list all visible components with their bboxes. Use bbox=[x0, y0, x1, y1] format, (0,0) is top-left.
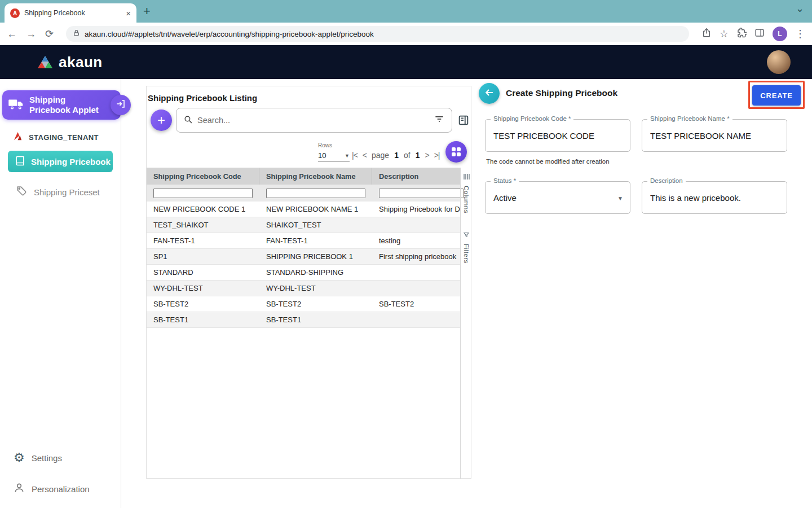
reload-icon[interactable]: ⟳ bbox=[45, 28, 54, 40]
table-row[interactable]: STANDARD STANDARD-SHIPPING bbox=[147, 265, 460, 281]
filters-funnel-icon bbox=[463, 230, 470, 240]
create-button[interactable]: CREATE bbox=[752, 85, 801, 106]
back-button[interactable] bbox=[479, 83, 500, 104]
tenant-logo-icon bbox=[12, 131, 23, 144]
layout-toggle-icon[interactable] bbox=[457, 114, 470, 129]
akaun-logo: akaun bbox=[37, 54, 103, 71]
table-row[interactable]: SB-TEST2 SB-TEST2 SB-TEST2 bbox=[147, 296, 460, 312]
cell-name: WY-DHL-TEST bbox=[259, 281, 372, 296]
of-label: of bbox=[404, 151, 411, 160]
pricebook-code-field[interactable]: Shipping Pricebook Code * TEST PRICEBOOK… bbox=[485, 119, 630, 152]
column-header-description[interactable]: Description bbox=[372, 168, 460, 185]
new-tab-button[interactable]: + bbox=[143, 3, 151, 19]
pricebook-code-label: Shipping Pricebook Code * bbox=[491, 115, 573, 122]
status-select[interactable]: Status * Active ▼ bbox=[485, 181, 630, 214]
cell-code: STANDARD bbox=[147, 265, 259, 280]
search-box[interactable] bbox=[176, 108, 452, 133]
forward-icon[interactable]: → bbox=[26, 28, 36, 40]
table-row[interactable]: SP1 SHIPPING PRICEBOOK 1 First shipping … bbox=[147, 249, 460, 265]
browser-tab[interactable]: A Shipping Pricebook × bbox=[5, 3, 136, 23]
filter-list-icon[interactable] bbox=[434, 113, 445, 127]
tab-search-chevron-icon[interactable]: ⌄ bbox=[796, 2, 804, 15]
cell-code: SB-TEST1 bbox=[147, 312, 259, 327]
pricebook-name-field[interactable]: Shipping Pricebook Name * TEST PRICEBOOK… bbox=[642, 119, 787, 152]
rows-per-page-select[interactable]: 10 ▼ bbox=[318, 150, 350, 162]
exit-applet-button[interactable] bbox=[111, 95, 131, 115]
sidebar-item-shipping-pricebook[interactable]: Shipping Pricebook bbox=[8, 151, 113, 172]
last-page-icon[interactable]: >| bbox=[434, 151, 440, 160]
side-panel-icon[interactable] bbox=[754, 28, 765, 40]
cell-description bbox=[372, 265, 460, 280]
rows-per-page-value: 10 bbox=[318, 151, 326, 160]
cell-description: testing bbox=[372, 233, 460, 248]
cell-description: SB-TEST2 bbox=[372, 296, 460, 312]
back-arrow-icon bbox=[484, 87, 495, 100]
browser-menu-icon[interactable]: ⋮ bbox=[795, 28, 805, 40]
app-header: akaun bbox=[0, 45, 812, 79]
description-field[interactable]: Description This is a new pricebook. bbox=[642, 181, 787, 214]
table-filter-row bbox=[147, 185, 460, 202]
filter-input-description[interactable] bbox=[379, 189, 464, 198]
grid-view-button[interactable] bbox=[445, 141, 467, 163]
sidebar-item-shipping-priceset[interactable]: Shipping Priceset bbox=[16, 185, 100, 199]
description-label: Description bbox=[647, 177, 686, 184]
bookmark-star-icon[interactable]: ☆ bbox=[720, 28, 729, 40]
cell-description bbox=[372, 217, 460, 233]
table-header: Shipping Pricebook Code Shipping Pricebo… bbox=[147, 168, 460, 185]
first-page-icon[interactable]: |< bbox=[352, 151, 358, 160]
next-page-icon[interactable]: > bbox=[425, 151, 429, 160]
browser-toolbar: ← → ⟳ akaun.cloud/#/applets/tnt/wavelet/… bbox=[0, 23, 812, 45]
table-row[interactable]: WY-DHL-TEST WY-DHL-TEST bbox=[147, 281, 460, 296]
cell-name: NEW PRICEBOOK NAME 1 bbox=[259, 202, 372, 217]
table-row[interactable]: NEW PRICEBOOK CODE 1 NEW PRICEBOOK NAME … bbox=[147, 202, 460, 217]
status-label: Status * bbox=[491, 177, 519, 184]
logo-text: akaun bbox=[59, 54, 103, 71]
tenant-name: STAGING_TENANT bbox=[29, 133, 99, 142]
url-text: akaun.cloud/#/applets/tnt/wavelet/erp/ac… bbox=[85, 30, 374, 38]
share-icon[interactable] bbox=[701, 28, 712, 40]
cell-name: SHAIKOT_TEST bbox=[259, 217, 372, 233]
shipping-truck-icon bbox=[8, 97, 25, 113]
column-header-name[interactable]: Shipping Pricebook Name bbox=[259, 168, 372, 185]
prev-page-icon[interactable]: < bbox=[363, 151, 367, 160]
tab-close-icon[interactable]: × bbox=[126, 8, 131, 18]
description-value: This is a new pricebook. bbox=[650, 193, 741, 203]
cell-code: SB-TEST2 bbox=[147, 296, 259, 312]
lock-icon bbox=[73, 29, 80, 39]
sidebar-item-label: Shipping Pricebook bbox=[31, 157, 111, 167]
extensions-puzzle-icon[interactable] bbox=[736, 28, 747, 40]
pagination: |< < page 1 of 1 > >| bbox=[352, 148, 439, 162]
akaun-logo-icon bbox=[37, 55, 53, 69]
column-header-code[interactable]: Shipping Pricebook Code bbox=[147, 168, 259, 185]
pricebook-name-value: TEST PRICEBOOK NAME bbox=[650, 131, 751, 141]
cell-name: SHIPPING PRICEBOOK 1 bbox=[259, 249, 372, 264]
sidebar-item-settings[interactable]: ⚙ Settings bbox=[14, 452, 62, 464]
browser-tab-strip: A Shipping Pricebook × + ⌄ bbox=[0, 0, 812, 23]
table-row[interactable]: SB-TEST1 SB-TEST1 bbox=[147, 312, 460, 328]
back-icon[interactable]: ← bbox=[7, 28, 17, 40]
table-row[interactable]: TEST_SHAIKOT SHAIKOT_TEST bbox=[147, 217, 460, 233]
status-value: Active bbox=[493, 193, 517, 203]
settings-label: Settings bbox=[32, 453, 62, 463]
filter-input-code[interactable] bbox=[153, 189, 253, 198]
user-avatar[interactable] bbox=[767, 50, 791, 74]
cell-code: FAN-TEST-1 bbox=[147, 233, 259, 248]
filters-tab[interactable]: Filters bbox=[463, 244, 470, 264]
cell-code: WY-DHL-TEST bbox=[147, 281, 259, 296]
filter-input-name[interactable] bbox=[266, 189, 365, 198]
add-pricebook-button[interactable]: + bbox=[151, 110, 172, 131]
sidebar-item-label: Shipping Priceset bbox=[34, 187, 100, 197]
tenant-selector[interactable]: STAGING_TENANT bbox=[12, 131, 99, 144]
table-row[interactable]: FAN-TEST-1 FAN-TEST-1 testing bbox=[147, 233, 460, 249]
sidebar-applet-header[interactable]: Shipping Pricebook Applet bbox=[2, 90, 121, 120]
cell-description bbox=[372, 312, 460, 327]
cell-code: TEST_SHAIKOT bbox=[147, 217, 259, 233]
url-bar[interactable]: akaun.cloud/#/applets/tnt/wavelet/erp/ac… bbox=[66, 26, 689, 42]
pricebook-book-icon bbox=[15, 155, 25, 168]
search-input[interactable] bbox=[197, 116, 429, 125]
screen: A Shipping Pricebook × + ⌄ ← → ⟳ akaun.c… bbox=[0, 0, 812, 508]
browser-profile-avatar[interactable]: L bbox=[773, 27, 787, 41]
sidebar-item-personalization[interactable]: Personalization bbox=[14, 482, 90, 496]
cell-code: SP1 bbox=[147, 249, 259, 264]
columns-tab[interactable]: Columns bbox=[463, 186, 470, 213]
